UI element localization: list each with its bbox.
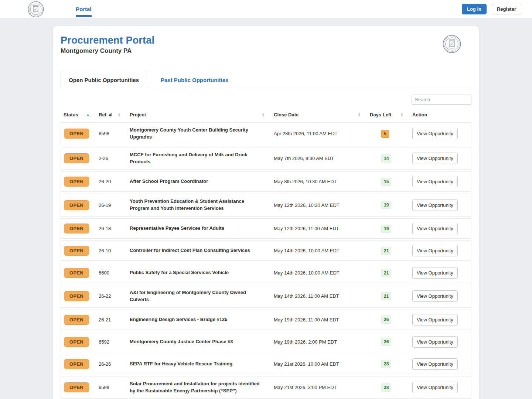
table-row: OPEN 26-22 A&I for Engineering of Montgo…	[61, 285, 471, 308]
days-left-badge: 19	[381, 225, 391, 233]
close-date: May 12th 2026, 11:00 AM EDT	[271, 218, 367, 239]
close-date: May 12th 2026, 10:30 AM EDT	[271, 194, 367, 216]
status-badge: OPEN	[64, 382, 89, 392]
ref-number: 26-10	[96, 241, 127, 261]
ref-number: 26-21	[96, 310, 127, 330]
project-name: MCCF for Furnishing and Delivery of Milk…	[127, 147, 271, 170]
project-name: Montgomery County Youth Center Building …	[127, 122, 271, 145]
sort-icon: ▲▼	[400, 113, 403, 117]
tab-open-public-opportunities[interactable]: Open Public Opportunities	[61, 72, 147, 88]
ref-number: 26-22	[96, 285, 127, 308]
close-date: Apr 28th 2026, 11:00 AM EDT	[271, 122, 367, 145]
status-badge: OPEN	[64, 315, 89, 325]
days-left-badge: 26	[381, 338, 391, 346]
table-row: OPEN 26-21 Engineering Design Services -…	[61, 310, 471, 330]
nav-tab-portal[interactable]: Portal	[76, 0, 92, 18]
top-navbar: Portal Log In Register	[0, 0, 532, 18]
status-badge: OPEN	[64, 291, 89, 301]
project-name: Youth Prevention Education & Student Ass…	[127, 194, 271, 216]
column-header-days-left[interactable]: Days Left ▲▼	[367, 110, 409, 120]
days-left-badge: 21	[381, 247, 391, 255]
table-row: OPEN 2-26 MCCF for Furnishing and Delive…	[61, 147, 471, 170]
close-date: May 14th 2026, 10:00 AM EDT	[271, 263, 367, 283]
table-row: OPEN 6592 Montgomery County Justice Cent…	[61, 332, 471, 352]
table-row: OPEN 6598 Montgomery County Youth Center…	[61, 122, 471, 145]
status-badge: OPEN	[64, 268, 89, 278]
tab-past-public-opportunities[interactable]: Past Public Opportunities	[153, 72, 236, 88]
view-opportunity-button[interactable]: View Opportunity	[412, 223, 458, 234]
search-input[interactable]	[412, 95, 471, 105]
close-date: May 14th 2026, 10:00 AM EDT	[271, 241, 367, 261]
column-header-action: Action	[409, 110, 471, 120]
page-subtitle: Montgomery County PA	[61, 47, 154, 55]
days-left-badge: 21	[381, 292, 391, 300]
status-badge: OPEN	[64, 224, 89, 233]
close-date: May 8th 2026, 10:30 AM EDT	[271, 171, 367, 192]
view-opportunity-button[interactable]: View Opportunity	[412, 153, 458, 164]
days-left-badge: 28	[381, 360, 391, 368]
close-date: May 21st 2026, 3:00 PM EDT	[271, 376, 367, 399]
ref-number: 26-19	[96, 194, 127, 216]
nav-portal-label: Portal	[76, 6, 92, 12]
tab-bar: Open Public Opportunities Past Public Op…	[61, 72, 471, 88]
days-left-badge: 26	[381, 316, 391, 324]
register-button[interactable]: Register	[492, 4, 521, 14]
close-date: May 21st 2026, 10:00 AM EDT	[271, 354, 367, 374]
project-name: Representative Payee Services for Adults	[127, 218, 271, 239]
login-button[interactable]: Log In	[462, 4, 487, 14]
search-row	[61, 95, 471, 105]
card-header: Procurement Portal Montgomery County PA	[61, 35, 471, 55]
status-badge: OPEN	[64, 337, 89, 347]
project-name: Engineering Design Services - Bridge #12…	[127, 310, 271, 330]
project-name: A&I for Engineering of Montgomery County…	[127, 285, 271, 308]
sort-icon: ▲▼	[358, 113, 361, 117]
view-opportunity-button[interactable]: View Opportunity	[412, 245, 458, 256]
opportunities-table: Status ▲ Ref. # ▲▼ Project ▲▼	[61, 108, 471, 399]
view-opportunity-button[interactable]: View Opportunity	[412, 382, 458, 393]
project-name: Solar Procurement and Installation for p…	[127, 376, 271, 399]
project-name: Montgomery County Justice Center Phase #…	[127, 332, 271, 352]
days-left-badge: 21	[381, 269, 391, 277]
ref-number: 26-20	[96, 171, 127, 192]
column-header-status[interactable]: Status ▲	[61, 110, 96, 120]
sort-icon: ▲▼	[117, 113, 121, 117]
county-seal-logo	[28, 1, 44, 17]
table-row: OPEN 26-19 Youth Prevention Education & …	[61, 194, 471, 216]
ref-number: 6599	[96, 376, 127, 399]
column-header-project[interactable]: Project ▲▼	[127, 110, 271, 120]
ref-number: 26-26	[96, 354, 127, 374]
days-left-badge: 15	[381, 178, 391, 186]
table-row: OPEN 26-26 SEPA RTF for Heavy Vehicle Re…	[61, 354, 471, 374]
sort-ascending-icon: ▲	[86, 113, 90, 117]
view-opportunity-button[interactable]: View Opportunity	[412, 358, 458, 370]
view-opportunity-button[interactable]: View Opportunity	[412, 176, 458, 187]
project-name: After School Program Coordinator	[127, 171, 271, 192]
view-opportunity-button[interactable]: View Opportunity	[412, 128, 458, 139]
table-row: OPEN 6600 Public Safety for a Special Se…	[61, 263, 471, 283]
status-badge: OPEN	[64, 129, 89, 139]
view-opportunity-button[interactable]: View Opportunity	[412, 290, 458, 302]
view-opportunity-button[interactable]: View Opportunity	[412, 267, 458, 279]
table-row: OPEN 26-18 Representative Payee Services…	[61, 218, 471, 239]
view-opportunity-button[interactable]: View Opportunity	[412, 314, 458, 325]
table-row: OPEN 26-10 Controller for Indirect Cost …	[61, 241, 471, 261]
close-date: May 14th 2026, 11:00 AM EDT	[271, 285, 367, 308]
view-opportunity-button[interactable]: View Opportunity	[412, 200, 458, 211]
close-date: May 19th 2026, 2:00 PM EDT	[271, 332, 367, 352]
table-row: OPEN 26-20 After School Program Coordina…	[61, 171, 471, 192]
status-badge: OPEN	[64, 359, 89, 369]
close-date: May 19th 2026, 11:00 AM EDT	[271, 310, 367, 330]
table-header-row: Status ▲ Ref. # ▲▼ Project ▲▼	[61, 110, 471, 120]
table-row: OPEN 6599 Solar Procurement and Installa…	[61, 376, 471, 399]
active-tab-underline	[76, 15, 92, 17]
days-left-badge: 14	[381, 154, 391, 163]
project-name: SEPA RTF for Heavy Vehicle Rescue Traini…	[127, 354, 271, 374]
days-left-badge: 28	[381, 383, 391, 392]
column-header-close-date[interactable]: Close Date ▲▼	[271, 110, 367, 120]
ref-number: 6592	[96, 332, 127, 352]
status-badge: OPEN	[64, 200, 89, 210]
sort-icon: ▲▼	[262, 113, 265, 117]
view-opportunity-button[interactable]: View Opportunity	[412, 336, 458, 348]
column-header-ref[interactable]: Ref. # ▲▼	[96, 110, 127, 120]
close-date: May 7th 2026, 9:30 AM EDT	[271, 147, 367, 170]
